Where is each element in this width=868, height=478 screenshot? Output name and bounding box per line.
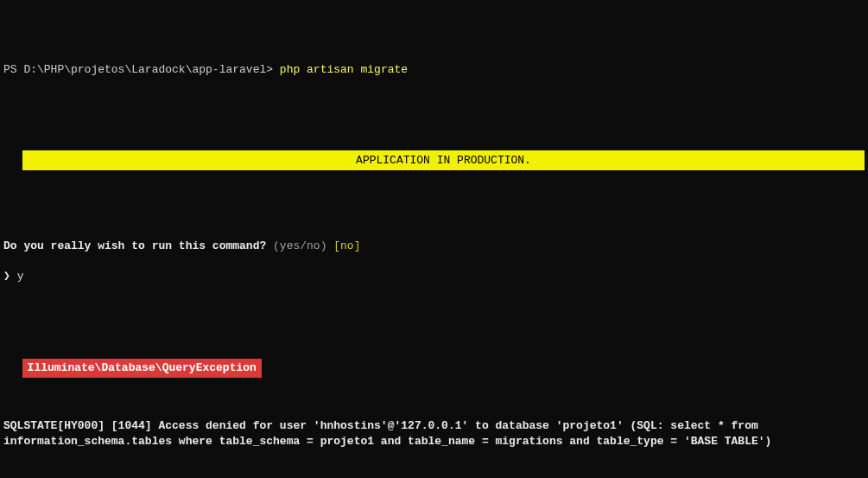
question-text: Do you really wish to run this command? [3,239,266,252]
exception-message: SQLSTATE[HY000] [1044] Access denied for… [0,418,868,449]
exception-header-row: Illuminate\Database\QueryException [0,344,868,378]
confirm-question: Do you really wish to run this command? … [0,239,868,254]
command-text: php artisan migrate [280,63,408,76]
production-banner: APPLICATION IN PRODUCTION. [22,150,865,171]
question-options: (yes/no) [266,239,333,252]
exception-class: Illuminate\Database\QueryException [22,359,262,378]
user-input: y [17,270,24,283]
prompt-path: PS D:\PHP\projetos\Laradock\app-laravel> [3,63,280,76]
banner-row: APPLICATION IN PRODUCTION. [0,120,868,186]
question-default: [no] [333,239,360,252]
input-marker: ❯ [3,270,17,283]
prompt-line: PS D:\PHP\projetos\Laradock\app-laravel>… [0,62,868,78]
input-line[interactable]: ❯ y [0,269,868,284]
